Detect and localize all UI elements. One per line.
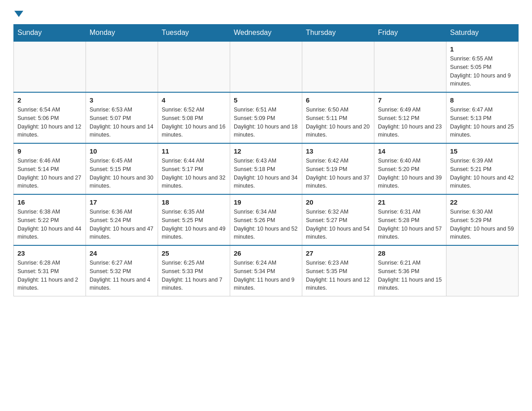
day-info: Sunrise: 6:53 AMSunset: 5:07 PMDaylight:… [90,106,154,139]
day-info: Sunrise: 6:31 AMSunset: 5:28 PMDaylight:… [378,208,442,241]
page-header [13,9,519,15]
day-info: Sunrise: 6:25 AMSunset: 5:33 PMDaylight:… [162,259,226,292]
logo [13,9,23,15]
calendar-week-row: 23Sunrise: 6:28 AMSunset: 5:31 PMDayligh… [14,245,519,296]
calendar-cell: 27Sunrise: 6:23 AMSunset: 5:35 PMDayligh… [302,245,374,296]
calendar-cell: 23Sunrise: 6:28 AMSunset: 5:31 PMDayligh… [14,245,86,296]
day-info: Sunrise: 6:27 AMSunset: 5:32 PMDaylight:… [90,259,154,292]
day-number: 13 [306,147,370,155]
day-info: Sunrise: 6:36 AMSunset: 5:24 PMDaylight:… [90,208,154,241]
day-number: 7 [378,96,442,104]
day-number: 14 [378,147,442,155]
day-info: Sunrise: 6:23 AMSunset: 5:35 PMDaylight:… [306,259,370,292]
calendar-week-row: 1Sunrise: 6:55 AMSunset: 5:05 PMDaylight… [14,42,519,93]
day-info: Sunrise: 6:24 AMSunset: 5:34 PMDaylight:… [234,259,298,292]
calendar-cell: 12Sunrise: 6:43 AMSunset: 5:18 PMDayligh… [230,143,302,194]
day-info: Sunrise: 6:21 AMSunset: 5:36 PMDaylight:… [378,259,442,292]
day-number: 19 [234,198,298,206]
day-number: 18 [162,198,226,206]
calendar-cell: 28Sunrise: 6:21 AMSunset: 5:36 PMDayligh… [374,245,446,296]
day-info: Sunrise: 6:34 AMSunset: 5:26 PMDaylight:… [234,208,298,241]
calendar-cell: 19Sunrise: 6:34 AMSunset: 5:26 PMDayligh… [230,194,302,245]
day-info: Sunrise: 6:52 AMSunset: 5:08 PMDaylight:… [162,106,226,139]
day-number: 10 [90,147,154,155]
day-info: Sunrise: 6:40 AMSunset: 5:20 PMDaylight:… [378,157,442,190]
day-number: 3 [90,96,154,104]
day-info: Sunrise: 6:51 AMSunset: 5:09 PMDaylight:… [234,106,298,139]
day-number: 6 [306,96,370,104]
column-header-tuesday: Tuesday [158,24,230,42]
day-number: 11 [162,147,226,155]
calendar-table: SundayMondayTuesdayWednesdayThursdayFrid… [13,24,519,296]
calendar-cell [86,42,158,93]
day-number: 25 [162,249,226,257]
calendar-cell: 18Sunrise: 6:35 AMSunset: 5:25 PMDayligh… [158,194,230,245]
day-number: 22 [450,198,515,206]
calendar-cell: 7Sunrise: 6:49 AMSunset: 5:12 PMDaylight… [374,92,446,143]
day-number: 27 [306,249,370,257]
column-header-thursday: Thursday [302,24,374,42]
day-number: 28 [378,249,442,257]
day-info: Sunrise: 6:28 AMSunset: 5:31 PMDaylight:… [17,259,82,292]
calendar-cell: 14Sunrise: 6:40 AMSunset: 5:20 PMDayligh… [374,143,446,194]
day-number: 24 [90,249,154,257]
calendar-cell: 24Sunrise: 6:27 AMSunset: 5:32 PMDayligh… [86,245,158,296]
day-number: 12 [234,147,298,155]
day-info: Sunrise: 6:42 AMSunset: 5:19 PMDaylight:… [306,157,370,190]
day-info: Sunrise: 6:38 AMSunset: 5:22 PMDaylight:… [17,208,82,241]
calendar-cell: 5Sunrise: 6:51 AMSunset: 5:09 PMDaylight… [230,92,302,143]
day-number: 1 [450,45,515,53]
day-number: 8 [450,96,515,104]
day-info: Sunrise: 6:44 AMSunset: 5:17 PMDaylight:… [162,157,226,190]
calendar-cell: 17Sunrise: 6:36 AMSunset: 5:24 PMDayligh… [86,194,158,245]
calendar-header-row: SundayMondayTuesdayWednesdayThursdayFrid… [14,24,519,42]
column-header-sunday: Sunday [14,24,86,42]
day-info: Sunrise: 6:39 AMSunset: 5:21 PMDaylight:… [450,157,515,190]
calendar-cell [230,42,302,93]
calendar-cell: 20Sunrise: 6:32 AMSunset: 5:27 PMDayligh… [302,194,374,245]
calendar-cell: 22Sunrise: 6:30 AMSunset: 5:29 PMDayligh… [446,194,519,245]
day-number: 20 [306,198,370,206]
day-info: Sunrise: 6:43 AMSunset: 5:18 PMDaylight:… [234,157,298,190]
calendar-week-row: 16Sunrise: 6:38 AMSunset: 5:22 PMDayligh… [14,194,519,245]
calendar-cell: 1Sunrise: 6:55 AMSunset: 5:05 PMDaylight… [446,42,519,93]
day-number: 16 [17,198,82,206]
calendar-cell: 11Sunrise: 6:44 AMSunset: 5:17 PMDayligh… [158,143,230,194]
calendar-cell: 9Sunrise: 6:46 AMSunset: 5:14 PMDaylight… [14,143,86,194]
calendar-cell: 21Sunrise: 6:31 AMSunset: 5:28 PMDayligh… [374,194,446,245]
calendar-cell: 8Sunrise: 6:47 AMSunset: 5:13 PMDaylight… [446,92,519,143]
calendar-cell [302,42,374,93]
day-info: Sunrise: 6:35 AMSunset: 5:25 PMDaylight:… [162,208,226,241]
day-number: 26 [234,249,298,257]
calendar-cell [158,42,230,93]
calendar-cell: 15Sunrise: 6:39 AMSunset: 5:21 PMDayligh… [446,143,519,194]
calendar-cell: 10Sunrise: 6:45 AMSunset: 5:15 PMDayligh… [86,143,158,194]
calendar-cell: 3Sunrise: 6:53 AMSunset: 5:07 PMDaylight… [86,92,158,143]
day-info: Sunrise: 6:49 AMSunset: 5:12 PMDaylight:… [378,106,442,139]
calendar-cell [374,42,446,93]
day-info: Sunrise: 6:30 AMSunset: 5:29 PMDaylight:… [450,208,515,241]
calendar-cell: 25Sunrise: 6:25 AMSunset: 5:33 PMDayligh… [158,245,230,296]
day-info: Sunrise: 6:45 AMSunset: 5:15 PMDaylight:… [90,157,154,190]
day-info: Sunrise: 6:46 AMSunset: 5:14 PMDaylight:… [17,157,82,190]
column-header-monday: Monday [86,24,158,42]
calendar-cell: 16Sunrise: 6:38 AMSunset: 5:22 PMDayligh… [14,194,86,245]
calendar-cell: 26Sunrise: 6:24 AMSunset: 5:34 PMDayligh… [230,245,302,296]
column-header-friday: Friday [374,24,446,42]
day-info: Sunrise: 6:32 AMSunset: 5:27 PMDaylight:… [306,208,370,241]
calendar-cell: 6Sunrise: 6:50 AMSunset: 5:11 PMDaylight… [302,92,374,143]
column-header-wednesday: Wednesday [230,24,302,42]
calendar-cell: 13Sunrise: 6:42 AMSunset: 5:19 PMDayligh… [302,143,374,194]
calendar-cell: 4Sunrise: 6:52 AMSunset: 5:08 PMDaylight… [158,92,230,143]
day-number: 4 [162,96,226,104]
day-info: Sunrise: 6:54 AMSunset: 5:06 PMDaylight:… [17,106,82,139]
day-info: Sunrise: 6:50 AMSunset: 5:11 PMDaylight:… [306,106,370,139]
day-number: 9 [17,147,82,155]
column-header-saturday: Saturday [446,24,519,42]
calendar-cell [446,245,519,296]
calendar-cell: 2Sunrise: 6:54 AMSunset: 5:06 PMDaylight… [14,92,86,143]
day-number: 2 [17,96,82,104]
calendar-week-row: 9Sunrise: 6:46 AMSunset: 5:14 PMDaylight… [14,143,519,194]
calendar-week-row: 2Sunrise: 6:54 AMSunset: 5:06 PMDaylight… [14,92,519,143]
logo-general [13,9,23,17]
